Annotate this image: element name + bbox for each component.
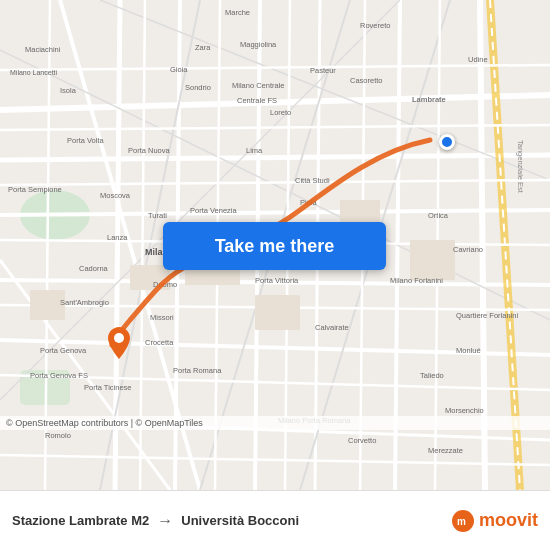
- svg-text:Moscova: Moscova: [100, 191, 131, 200]
- svg-text:Zara: Zara: [195, 43, 211, 52]
- svg-rect-43: [410, 240, 455, 280]
- take-me-there-button[interactable]: Take me there: [163, 222, 386, 270]
- moovit-icon: m: [451, 509, 475, 533]
- svg-text:Cadorna: Cadorna: [79, 264, 109, 273]
- moovit-logo: m moovit: [451, 509, 538, 533]
- svg-text:Lima: Lima: [246, 146, 263, 155]
- destination-pin: [108, 327, 130, 355]
- svg-text:Centrale FS: Centrale FS: [237, 96, 277, 105]
- svg-text:Piola: Piola: [300, 198, 318, 207]
- svg-text:Marche: Marche: [225, 8, 250, 17]
- svg-point-94: [114, 333, 124, 343]
- svg-text:Cavriano: Cavriano: [453, 245, 483, 254]
- svg-text:Quartiere Forlanini: Quartiere Forlanini: [456, 311, 518, 320]
- svg-text:Loreto: Loreto: [270, 108, 291, 117]
- svg-text:Porta Genova: Porta Genova: [40, 346, 87, 355]
- svg-text:Maciachini: Maciachini: [25, 45, 61, 54]
- svg-text:Merezzate: Merezzate: [428, 446, 463, 455]
- svg-text:Porta Vittoria: Porta Vittoria: [255, 276, 299, 285]
- map-attribution: © OpenStreetMap contributors | © OpenMap…: [0, 416, 550, 430]
- svg-text:Isola: Isola: [60, 86, 77, 95]
- svg-text:Porta Romana: Porta Romana: [173, 366, 222, 375]
- svg-text:Sondrio: Sondrio: [185, 83, 211, 92]
- svg-text:Porta Genova FS: Porta Genova FS: [30, 371, 88, 380]
- bottom-bar: Stazione Lambrate M2 → Università Boccon…: [0, 490, 550, 550]
- svg-text:Monlué: Monlué: [456, 346, 481, 355]
- svg-text:Corvetto: Corvetto: [348, 436, 376, 445]
- svg-text:Casoretto: Casoretto: [350, 76, 383, 85]
- svg-text:Rovereto: Rovereto: [360, 21, 390, 30]
- svg-text:Morsenchio: Morsenchio: [445, 406, 484, 415]
- svg-text:Ortica: Ortica: [428, 211, 449, 220]
- svg-text:Gioia: Gioia: [170, 65, 188, 74]
- origin-marker: [439, 134, 455, 150]
- svg-text:Città Studi: Città Studi: [295, 176, 330, 185]
- svg-rect-40: [255, 295, 300, 330]
- svg-text:Milano Centrale: Milano Centrale: [232, 81, 285, 90]
- svg-text:Lambrate: Lambrate: [412, 95, 446, 104]
- destination-station: Università Bocconi: [181, 513, 299, 528]
- svg-text:Turati: Turati: [148, 211, 167, 220]
- svg-text:Tangenziale Est: Tangenziale Est: [516, 140, 525, 194]
- svg-text:Crocetta: Crocetta: [145, 338, 174, 347]
- svg-text:Duomo: Duomo: [153, 280, 177, 289]
- svg-text:Lanza: Lanza: [107, 233, 128, 242]
- svg-text:Porta Ticinese: Porta Ticinese: [84, 383, 132, 392]
- svg-text:Pasteur: Pasteur: [310, 66, 336, 75]
- svg-text:Sant'Ambrogio: Sant'Ambrogio: [60, 298, 109, 307]
- svg-text:Missori: Missori: [150, 313, 174, 322]
- svg-text:Taliedo: Taliedo: [420, 371, 444, 380]
- svg-text:Maggiolina: Maggiolina: [240, 40, 277, 49]
- svg-text:Milano Forlanini: Milano Forlanini: [390, 276, 443, 285]
- svg-text:Romolo: Romolo: [45, 431, 71, 440]
- svg-text:Porta Sempione: Porta Sempione: [8, 185, 62, 194]
- svg-text:Porta Nuova: Porta Nuova: [128, 146, 171, 155]
- svg-text:Milano Lancetti: Milano Lancetti: [10, 69, 58, 76]
- svg-text:Porta Volta: Porta Volta: [67, 136, 105, 145]
- svg-text:Porta Venezia: Porta Venezia: [190, 206, 238, 215]
- route-info: Stazione Lambrate M2 → Università Boccon…: [12, 512, 451, 530]
- moovit-brand-text: moovit: [479, 510, 538, 531]
- origin-station: Stazione Lambrate M2: [12, 513, 149, 528]
- svg-text:Calvairate: Calvairate: [315, 323, 349, 332]
- svg-text:Udine: Udine: [468, 55, 488, 64]
- map-container: Maciachini Marche Rovereto Zara Maggioli…: [0, 0, 550, 490]
- arrow-icon: →: [157, 512, 173, 530]
- svg-text:m: m: [457, 516, 466, 527]
